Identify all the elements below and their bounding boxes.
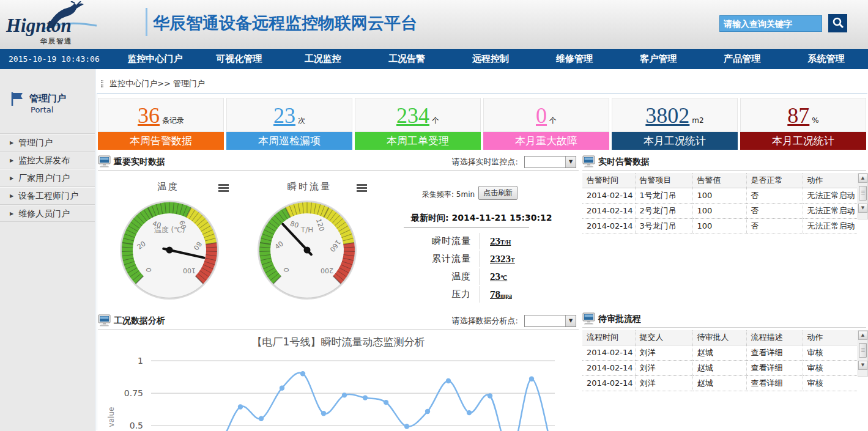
nav-item-visualization[interactable]: 可视化管理 xyxy=(197,49,281,69)
stat-label[interactable]: 本月工况统计 xyxy=(612,132,738,150)
table-cell[interactable]: 审核 xyxy=(803,345,857,360)
main-content: 监控中心门户>> 管理门户 36条记录 本周告警数据 23次 本周巡检漏项 23… xyxy=(96,69,868,431)
metric-row: 温度 23℃ xyxy=(402,268,515,285)
scroll-up-icon[interactable]: ▲ xyxy=(858,331,867,340)
nav-item-system[interactable]: 系统管理 xyxy=(784,49,868,69)
scrollbar-thumb[interactable]: ☰ xyxy=(859,186,867,201)
column-header: 动作 xyxy=(803,173,857,188)
stat-label[interactable]: 本周巡检漏项 xyxy=(226,132,352,150)
stat-label[interactable]: 本月重大故障 xyxy=(483,132,609,150)
monitor-icon xyxy=(582,155,596,168)
scroll-down-icon[interactable]: ▼ xyxy=(858,361,867,370)
table-cell: 赵城 xyxy=(692,345,746,360)
section-title: 工况数据分析 xyxy=(114,315,165,326)
stat-label[interactable]: 本周工单受理 xyxy=(355,132,481,150)
stat-card-monthly-failures: 0个 本月重大故障 xyxy=(483,98,609,150)
nav-item-customer[interactable]: 客户管理 xyxy=(617,49,700,69)
table-row: 2014-02-143号龙门吊100否无法正常启动 xyxy=(582,218,857,234)
table-cell[interactable]: 审核 xyxy=(803,375,857,391)
logo-text: Hignton xyxy=(6,15,72,37)
stat-card-monthly-condition-area: 3802m2 本月工况统计 xyxy=(612,98,738,150)
search-input[interactable] xyxy=(719,15,822,32)
table-cell: 2014-02-14 xyxy=(582,360,635,375)
triangle-bullet-icon: ▶ xyxy=(10,169,13,187)
stat-value[interactable]: 234 xyxy=(396,103,429,128)
table-cell[interactable]: 无法正常启动 xyxy=(803,203,857,218)
sidebar-item-admin-portal[interactable]: ▶管理门户 xyxy=(0,133,95,151)
scroll-up-icon[interactable]: ▲ xyxy=(858,174,867,183)
stat-value[interactable]: 23 xyxy=(273,103,295,128)
table-cell[interactable]: 审核 xyxy=(803,360,857,375)
table-cell: 否 xyxy=(746,203,803,218)
chart-context-menu-icon[interactable] xyxy=(218,184,229,192)
gauge-title-temperature: 温度 xyxy=(157,181,179,193)
nav-item-maintenance[interactable]: 维修管理 xyxy=(533,49,617,69)
gauge-tick-label: 0 xyxy=(145,268,153,272)
sampling-frequency-label: 采集频率: 5min xyxy=(422,190,475,200)
column-header: 告警项目 xyxy=(635,173,692,188)
approval-table: 流程时间提交人待审批人流程描述动作2014-02-14刘洋赵城查看详细审核201… xyxy=(582,330,857,391)
data-point-marker xyxy=(384,400,388,405)
chart-context-menu-icon[interactable] xyxy=(357,184,367,192)
table-cell[interactable]: 无法正常启动 xyxy=(803,188,857,203)
analysis-point-select[interactable]: ▼ xyxy=(524,315,576,327)
data-point-marker xyxy=(363,395,368,400)
scroll-down-icon[interactable]: ▼ xyxy=(858,204,867,213)
sidebar-item-repair-portal[interactable]: ▶维修人员门户 xyxy=(0,204,95,222)
nav-item-remote-control[interactable]: 远程控制 xyxy=(448,49,532,69)
sidebar-item-engineer-portal[interactable]: ▶设备工程师门户 xyxy=(0,186,95,204)
nav-item-product[interactable]: 产品管理 xyxy=(700,49,784,69)
stat-value[interactable]: 3802 xyxy=(645,103,689,128)
stat-unit: m2 xyxy=(692,116,703,125)
divider-line xyxy=(404,227,529,228)
table-cell[interactable]: 无法正常启动 xyxy=(803,218,857,234)
stat-value[interactable]: 36 xyxy=(138,103,160,128)
sidebar-menu: ▶管理门户 ▶监控大屏发布 ▶厂家用户门户 ▶设备工程师门户 ▶维修人员门户 xyxy=(0,133,95,222)
nav-items: 监控中心门户 可视化管理 工况监控 工况告警 远程控制 维修管理 客户管理 产品… xyxy=(113,49,868,69)
table-cell[interactable]: 查看详细 xyxy=(746,375,803,391)
column-header: 是否正常 xyxy=(746,173,803,188)
sidebar-item-label: 监控大屏发布 xyxy=(18,155,70,165)
nav-item-condition-monitor[interactable]: 工况监控 xyxy=(281,49,365,69)
table-cell: 100 xyxy=(692,188,746,203)
table-row: 2014-02-14刘洋赵城查看详细审核 xyxy=(582,345,857,360)
scrollbar-thumb[interactable]: ☰ xyxy=(859,343,867,358)
y-tick-label: 1 xyxy=(138,356,143,366)
monitor-icon xyxy=(582,312,596,325)
data-point-marker xyxy=(238,404,243,409)
stat-unit: 次 xyxy=(298,116,305,125)
metrics-list: 瞬时流量 23T/H 累计流量 2323T 温度 23℃ 压力 xyxy=(402,232,515,303)
sidebar-item-vendor-portal[interactable]: ▶厂家用户门户 xyxy=(0,169,95,186)
table-cell[interactable]: 查看详细 xyxy=(746,345,803,360)
app-header: Hignton 华辰智通 华辰智通设备远程监控物联网云平台 xyxy=(0,0,868,49)
search-button[interactable] xyxy=(828,14,847,32)
table-cell[interactable]: 查看详细 xyxy=(746,360,803,375)
stat-value[interactable]: 0 xyxy=(536,103,547,128)
gauge-unit-label: T/H xyxy=(300,226,313,234)
y-tick-label: 0.5 xyxy=(130,421,143,430)
column-header: 动作 xyxy=(803,330,857,345)
table-cell: 3号龙门吊 xyxy=(635,218,692,234)
approval-table-scrollbar[interactable]: ▲ ☰ ▼ xyxy=(858,330,868,377)
sidebar-item-label: 管理门户 xyxy=(18,138,53,147)
metric-label: 温度 xyxy=(402,271,471,282)
alarm-panel-header: 实时告警数据 xyxy=(582,154,866,171)
nav-item-condition-alarm[interactable]: 工况告警 xyxy=(365,49,448,69)
page-title: 华辰智通设备远程监控物联网云平台 xyxy=(153,12,417,34)
gauge-unit-label: 温度 (℃) xyxy=(154,226,185,234)
column-header: 告警值 xyxy=(692,173,746,188)
nav-item-monitor-center-portal[interactable]: 监控中心门户 xyxy=(113,49,197,69)
triangle-bullet-icon: ▶ xyxy=(10,187,13,205)
stat-cards-row: 36条记录 本周告警数据 23次 本周巡检漏项 234个 本周工单受理 0个 本… xyxy=(98,98,866,150)
metric-row: 压力 78mpa xyxy=(402,285,515,303)
dropdown-arrow-icon[interactable]: ▼ xyxy=(565,315,576,326)
sidebar-item-label: 设备工程师门户 xyxy=(18,191,78,201)
latest-time-label: 最新时间: xyxy=(411,213,449,223)
sidebar-item-big-screen[interactable]: ▶监控大屏发布 xyxy=(0,151,95,169)
stat-label[interactable]: 本周告警数据 xyxy=(98,132,224,150)
alarm-table-scrollbar[interactable]: ▲ ☰ ▼ xyxy=(858,173,868,219)
stat-label[interactable]: 本月工况统计 xyxy=(740,132,866,150)
stat-value[interactable]: 87 xyxy=(787,103,809,128)
flow-gauge: 04080120160200T/H xyxy=(255,198,359,302)
refresh-button[interactable]: 点击刷新 xyxy=(478,186,517,200)
